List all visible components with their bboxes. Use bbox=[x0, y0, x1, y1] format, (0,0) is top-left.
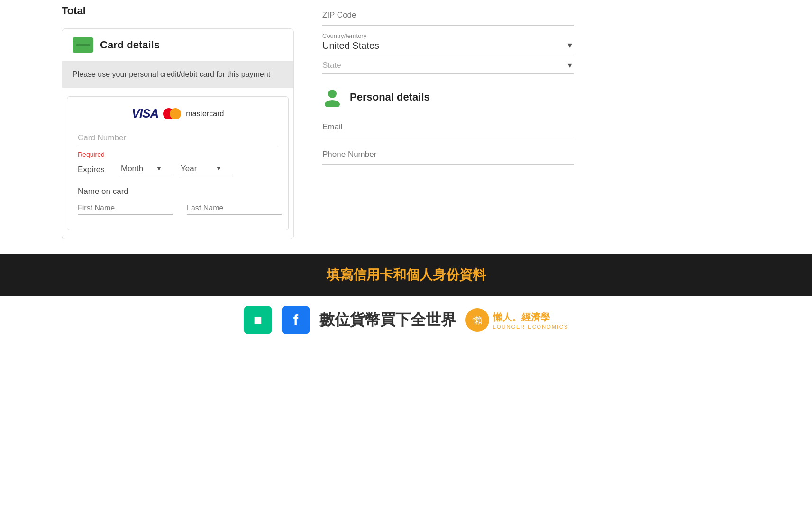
required-label: Required bbox=[78, 151, 278, 158]
bottom-banner: 填寫信用卡和個人身份資料 bbox=[0, 254, 812, 296]
state-chevron-icon: ▼ bbox=[566, 61, 574, 70]
mastercard-label: mastercard bbox=[186, 110, 224, 118]
month-select-wrapper: Month 010203 040506 070809 101112 ▼ bbox=[121, 164, 173, 175]
name-on-card-section: Name on card bbox=[78, 187, 278, 215]
zip-field-wrapper bbox=[322, 5, 574, 26]
right-column: Country/territory United States Canada U… bbox=[322, 5, 574, 239]
year-select[interactable]: Year 202420252026 202720282029 203020312… bbox=[181, 164, 223, 173]
card-details-box: Card details Please use your personal cr… bbox=[62, 28, 294, 239]
country-label: Country/territory bbox=[322, 32, 574, 39]
month-select[interactable]: Month 010203 040506 070809 101112 bbox=[121, 164, 164, 173]
footer-main-text: 數位貨幣買下全世界 bbox=[319, 310, 456, 330]
facebook-logo-icon: f bbox=[282, 306, 310, 334]
state-select-wrapper: State AlabamaAlaskaArizona CaliforniaCol… bbox=[322, 61, 574, 74]
first-name-input[interactable] bbox=[78, 202, 173, 215]
lounger-text: 懶人。經濟學 LOUNGER ECONOMICS bbox=[493, 311, 568, 329]
card-icon-inner bbox=[76, 44, 90, 46]
banner-text: 填寫信用卡和個人身份資料 bbox=[327, 266, 486, 284]
card-form-area: VISA mastercard Required Expires bbox=[67, 96, 289, 230]
state-select[interactable]: State AlabamaAlaskaArizona CaliforniaCol… bbox=[322, 61, 566, 70]
total-label: Total bbox=[62, 5, 294, 17]
country-select[interactable]: United States Canada United Kingdom Aust… bbox=[322, 40, 566, 51]
last-name-input[interactable] bbox=[187, 202, 282, 215]
phone-input[interactable] bbox=[322, 144, 574, 165]
card-number-input[interactable] bbox=[78, 130, 278, 146]
name-on-card-label: Name on card bbox=[78, 187, 278, 196]
card-number-field bbox=[78, 130, 278, 146]
visa-logo: VISA bbox=[132, 106, 159, 121]
personal-details-header: Personal details bbox=[322, 87, 574, 107]
person-icon bbox=[322, 87, 342, 107]
email-input[interactable] bbox=[322, 117, 574, 137]
cube-logo-icon: ■ bbox=[244, 306, 272, 334]
left-column: Total Card details Please use your perso… bbox=[62, 5, 294, 239]
card-icon bbox=[73, 37, 93, 53]
expires-row: Expires Month 010203 040506 070809 10111… bbox=[78, 164, 278, 175]
phone-field-wrapper bbox=[322, 144, 574, 165]
personal-details-title: Personal details bbox=[350, 91, 430, 103]
country-chevron-icon: ▼ bbox=[566, 41, 574, 50]
card-notice: Please use your personal credit/debit ca… bbox=[62, 61, 293, 88]
name-fields-row bbox=[78, 202, 278, 215]
card-details-title: Card details bbox=[100, 39, 160, 51]
expires-label: Expires bbox=[78, 165, 113, 174]
card-logos: VISA mastercard bbox=[78, 106, 278, 121]
zip-input[interactable] bbox=[322, 5, 574, 25]
svg-point-1 bbox=[325, 100, 340, 107]
card-details-header: Card details bbox=[62, 29, 293, 61]
svg-point-0 bbox=[328, 90, 337, 98]
lounger-sub: LOUNGER ECONOMICS bbox=[493, 324, 568, 329]
lounger-icon: 懶 bbox=[465, 308, 489, 332]
email-field-wrapper bbox=[322, 117, 574, 137]
footer-logos: ■ f 數位貨幣買下全世界 懶 懶人。經濟學 LOUNGER ECONOMICS bbox=[0, 296, 812, 339]
mastercard-icon bbox=[163, 108, 181, 119]
lounger-name: 懶人。經濟學 bbox=[493, 311, 568, 324]
year-select-wrapper: Year 202420252026 202720282029 203020312… bbox=[181, 164, 233, 175]
country-select-wrapper: United States Canada United Kingdom Aust… bbox=[322, 40, 574, 55]
mc-yellow-circle bbox=[170, 108, 181, 119]
lounger-logo: 懶 懶人。經濟學 LOUNGER ECONOMICS bbox=[465, 308, 568, 332]
